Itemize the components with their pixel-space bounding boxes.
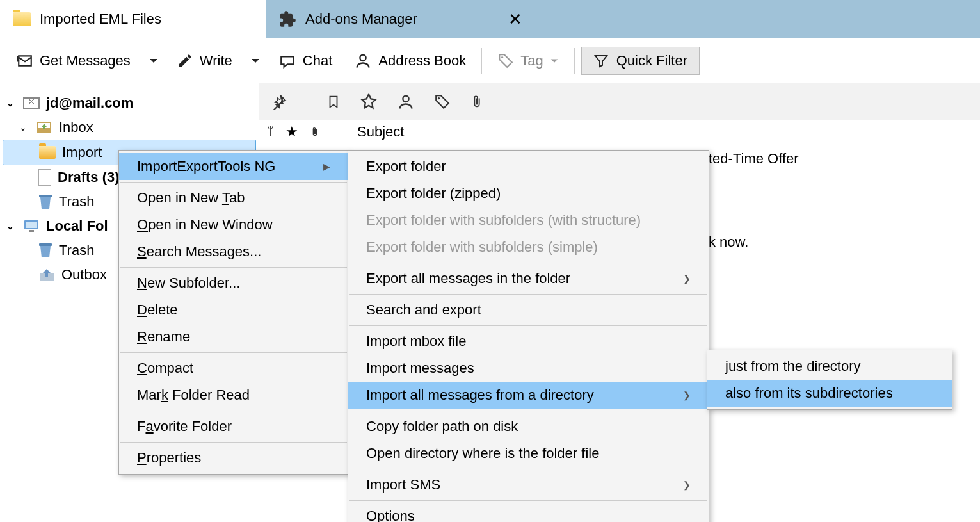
ctx-delete[interactable]: Delete xyxy=(119,297,348,323)
menu-label: Import SMS xyxy=(366,477,440,493)
mail-icon xyxy=(23,97,40,109)
ctx-options[interactable]: Options xyxy=(348,503,709,522)
ctx-open-new-window[interactable]: Open in New Window xyxy=(119,211,348,238)
svg-rect-4 xyxy=(26,222,37,228)
svg-point-7 xyxy=(403,95,408,101)
ctx-export-subfolders-structure: Export folder with subfolders (with stru… xyxy=(348,207,709,234)
column-header: ᛘ ★ Subject xyxy=(259,120,980,143)
trash-icon xyxy=(38,242,52,259)
attachment-icon[interactable] xyxy=(470,93,484,111)
ctx-open-new-tab[interactable]: Open in New Tab xyxy=(119,184,348,211)
menu-label: New Subfolder... xyxy=(137,275,240,291)
menu-separator xyxy=(120,411,347,411)
menu-separator xyxy=(120,442,347,443)
menu-label: Open in New Window xyxy=(137,216,273,233)
ctx-export-folder[interactable]: Export folder xyxy=(348,153,709,180)
ctx-mark-folder-read[interactable]: Mark Folder Read xyxy=(119,382,348,409)
ctx-search-messages[interactable]: Search Messages... xyxy=(119,238,348,265)
star-icon[interactable] xyxy=(360,93,378,111)
ctx-copy-folder-path[interactable]: Copy folder path on disk xyxy=(348,413,709,440)
ctx-search-and-export[interactable]: Search and export xyxy=(348,297,709,323)
ctx-favorite-folder[interactable]: Favorite Folder xyxy=(119,413,348,440)
ctx-import-from-directory[interactable]: Import all messages from a directory❯ xyxy=(348,382,709,409)
menu-label: Mark Folder Read xyxy=(137,387,250,404)
submenu-arrow-icon: ❯ xyxy=(683,480,691,490)
get-messages-dropdown[interactable] xyxy=(143,52,164,70)
button-label: Tag xyxy=(520,53,543,69)
menu-separator xyxy=(120,352,347,353)
account-node[interactable]: ⌄ jd@mail.com xyxy=(0,91,259,115)
tag-icon[interactable] xyxy=(434,94,451,110)
menu-label: Import mbox file xyxy=(366,333,467,350)
ctx-properties[interactable]: Properties xyxy=(119,445,348,471)
folder-label: Trash xyxy=(59,242,94,259)
folder-context-menu: ImportExportTools NG ▶ Open in New Tab O… xyxy=(118,150,349,475)
menu-label: Open directory where is the folder file xyxy=(366,445,599,462)
write-button[interactable]: Write xyxy=(168,47,241,74)
ctx-import-sms[interactable]: Import SMS❯ xyxy=(348,471,709,498)
menu-separator xyxy=(349,294,707,295)
attachment-col-icon[interactable] xyxy=(310,126,320,138)
ctx-compact[interactable]: Compact xyxy=(119,355,348,382)
twisty-icon[interactable]: ⌄ xyxy=(6,98,17,108)
message-subject-fragment: ted-Time Offer xyxy=(709,151,799,167)
ctx-export-all-messages[interactable]: Export all messages in the folder❯ xyxy=(348,265,709,292)
puzzle-icon xyxy=(278,10,296,28)
ctx-open-directory[interactable]: Open directory where is the folder file xyxy=(348,440,709,467)
svg-point-0 xyxy=(360,54,366,60)
button-label: Quick Filter xyxy=(616,53,687,69)
quick-filter-button[interactable]: Quick Filter xyxy=(581,47,700,75)
close-icon[interactable]: ✕ xyxy=(508,10,522,29)
folder-label: Trash xyxy=(59,193,94,210)
button-label: Chat xyxy=(303,53,332,69)
star-col-icon[interactable]: ★ xyxy=(285,124,298,140)
ctx-export-subfolders-simple: Export folder with subfolders (simple) xyxy=(348,234,709,261)
ctx-import-mbox[interactable]: Import mbox file xyxy=(348,328,709,355)
svg-rect-2 xyxy=(39,195,52,197)
submenu-arrow-icon: ▶ xyxy=(323,161,330,172)
ctx-export-folder-zipped[interactable]: Export folder (zipped) xyxy=(348,180,709,207)
import-directory-submenu: just from the directory also from its su… xyxy=(707,350,952,410)
button-label: Get Messages xyxy=(40,53,131,69)
get-messages-button[interactable]: Get Messages xyxy=(8,47,140,74)
menu-label: Delete xyxy=(137,302,178,318)
thread-col-icon[interactable]: ᛘ xyxy=(267,125,274,138)
address-book-button[interactable]: Address Book xyxy=(345,47,475,75)
inbox-icon xyxy=(36,120,52,135)
tab-addons-manager[interactable]: Add-ons Manager ✕ xyxy=(266,0,531,38)
ctx-new-subfolder[interactable]: New Subfolder... xyxy=(119,270,348,297)
ctx-import-messages[interactable]: Import messages xyxy=(348,355,709,382)
submenu-arrow-icon: ❯ xyxy=(683,390,691,400)
menu-label: also from its subdirectories xyxy=(725,385,893,402)
pin-icon[interactable] xyxy=(271,94,287,110)
button-label: Address Book xyxy=(378,53,466,69)
tab-imported-eml[interactable]: Imported EML Files xyxy=(0,0,266,38)
menu-label: Open in New Tab xyxy=(137,190,245,206)
menu-label: Search and export xyxy=(366,302,481,318)
menu-label: Import all messages from a directory xyxy=(366,387,594,404)
contact-icon[interactable] xyxy=(397,93,415,111)
folder-label: Inbox xyxy=(59,119,93,136)
chat-button[interactable]: Chat xyxy=(269,47,341,74)
menu-label: Export folder (zipped) xyxy=(366,185,501,202)
main-toolbar: Get Messages Write Chat Address Book Tag… xyxy=(0,38,980,83)
ctx-import-export-tools[interactable]: ImportExportTools NG ▶ xyxy=(119,153,348,180)
folder-label: Drafts (3) xyxy=(58,169,120,186)
menu-separator xyxy=(349,263,707,263)
menu-label: ImportExportTools NG xyxy=(137,158,275,175)
twisty-icon[interactable]: ⌄ xyxy=(6,221,17,231)
menu-label: Import messages xyxy=(366,360,474,377)
ctx-just-from-directory[interactable]: just from the directory xyxy=(707,353,952,380)
ctx-rename[interactable]: Rename xyxy=(119,323,348,350)
bookmark-icon[interactable] xyxy=(326,94,341,110)
subject-col-header[interactable]: Subject xyxy=(357,124,404,140)
twisty-icon[interactable]: ⌄ xyxy=(19,122,29,133)
draft-icon xyxy=(38,169,51,186)
ctx-also-from-subdirectories[interactable]: also from its subdirectories xyxy=(707,380,952,407)
tag-button[interactable]: Tag xyxy=(488,47,567,74)
outbox-icon xyxy=(38,268,55,282)
inbox-node[interactable]: ⌄ Inbox xyxy=(0,115,259,140)
write-dropdown[interactable] xyxy=(245,52,266,70)
submenu-arrow-icon: ❯ xyxy=(683,273,691,284)
svg-point-8 xyxy=(438,97,440,99)
